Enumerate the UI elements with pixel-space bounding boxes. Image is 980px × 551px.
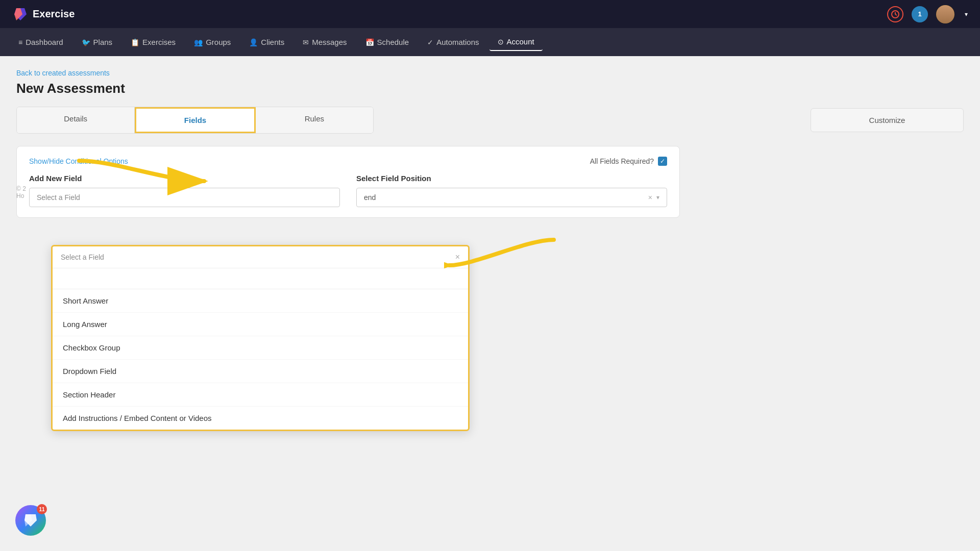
avatar-face <box>936 5 954 23</box>
nav-item-dashboard[interactable]: ≡ Dashboard <box>10 34 71 51</box>
nav-item-clients[interactable]: 👤 Clients <box>241 34 292 51</box>
nav-item-schedule[interactable]: 📅 Schedule <box>357 34 418 51</box>
page-title: New Assessment <box>16 81 964 96</box>
clock-icon[interactable] <box>887 6 903 22</box>
messages-icon: ✉ <box>303 38 309 46</box>
dropdown-list: Short Answer Long Answer Checkbox Group … <box>53 289 468 430</box>
top-bar-right: 1 ▾ <box>887 5 968 23</box>
automations-icon: ✓ <box>427 38 433 46</box>
dropdown-header: Select a Field × <box>53 246 468 268</box>
tab-rules[interactable]: Rules <box>256 107 373 133</box>
logo-text: Exercise <box>33 8 75 20</box>
chevron-down-icon[interactable]: ▾ <box>965 11 968 18</box>
footer: © 2 Ho <box>16 185 26 199</box>
dropdown-item-short-answer[interactable]: Short Answer <box>53 289 468 313</box>
logo-icon <box>12 6 29 22</box>
account-icon: ⊙ <box>498 38 504 46</box>
nav-item-exercises[interactable]: 📋 Exercises <box>122 34 184 51</box>
position-caret-icon[interactable]: ▾ <box>656 194 659 201</box>
logo[interactable]: Exercise <box>12 6 75 22</box>
position-select-icons: × ▾ <box>648 193 659 202</box>
field-dropdown: Select a Field × Short Answer Long Answe… <box>51 245 470 431</box>
dropdown-search <box>53 268 468 289</box>
all-fields-required: All Fields Required? ✓ <box>590 157 667 166</box>
position-select[interactable]: end × ▾ <box>356 188 667 207</box>
nav-item-automations[interactable]: ✓ Automations <box>419 34 487 51</box>
main-section: Show/Hide Conditional Options All Fields… <box>16 146 680 218</box>
tab-fields[interactable]: Fields <box>135 107 255 133</box>
position-clear-icon[interactable]: × <box>648 193 652 202</box>
plans-icon: 🐦 <box>82 38 90 46</box>
nav-item-groups[interactable]: 👥 Groups <box>186 34 239 51</box>
dropdown-title: Select a Field <box>61 253 104 261</box>
add-new-field-col: Add New Field Select a Field <box>29 174 340 207</box>
notification-icon[interactable]: 1 <box>912 6 928 22</box>
floating-badge[interactable]: 11 <box>15 505 46 536</box>
nav-bar: ≡ Dashboard 🐦 Plans 📋 Exercises 👥 Groups… <box>0 28 980 56</box>
all-fields-checkbox[interactable]: ✓ <box>658 157 667 166</box>
svg-line-4 <box>895 14 897 15</box>
clients-icon: 👤 <box>249 38 258 46</box>
show-hide-link[interactable]: Show/Hide Conditional Options <box>29 157 128 165</box>
nav-item-account[interactable]: ⊙ Account <box>489 33 543 51</box>
dropdown-item-instructions[interactable]: Add Instructions / Embed Content or Vide… <box>53 407 468 430</box>
two-col-row: Add New Field Select a Field Select Fiel… <box>29 174 667 207</box>
dropdown-close-button[interactable]: × <box>455 253 460 262</box>
tab-details[interactable]: Details <box>17 107 135 133</box>
badge-icon <box>23 513 38 528</box>
exercises-icon: 📋 <box>131 38 139 46</box>
add-new-field-label: Add New Field <box>29 174 340 183</box>
notification-count: 1 <box>918 10 921 18</box>
nav-item-plans[interactable]: 🐦 Plans <box>74 34 121 51</box>
dropdown-item-section-header[interactable]: Section Header <box>53 383 468 407</box>
select-position-col: Select Field Position end × ▾ <box>356 174 667 207</box>
top-bar: Exercise 1 ▾ <box>0 0 980 28</box>
breadcrumb[interactable]: Back to created assessments <box>16 69 110 77</box>
badge-count: 11 <box>37 504 47 514</box>
dropdown-item-dropdown-field[interactable]: Dropdown Field <box>53 360 468 383</box>
tab-customize[interactable]: Customize <box>811 108 964 132</box>
select-position-label: Select Field Position <box>356 174 667 183</box>
section-header-row: Show/Hide Conditional Options All Fields… <box>29 157 667 166</box>
schedule-icon: 📅 <box>365 38 374 46</box>
avatar[interactable] <box>936 5 954 23</box>
dashboard-icon: ≡ <box>18 38 22 46</box>
select-field-trigger[interactable]: Select a Field <box>29 188 340 207</box>
groups-icon: 👥 <box>194 38 203 46</box>
dropdown-search-input[interactable] <box>61 272 460 285</box>
page-content: Back to created assessments New Assessme… <box>0 56 980 230</box>
dropdown-item-long-answer[interactable]: Long Answer <box>53 313 468 336</box>
nav-item-messages[interactable]: ✉ Messages <box>295 34 355 51</box>
dropdown-item-checkbox-group[interactable]: Checkbox Group <box>53 336 468 360</box>
